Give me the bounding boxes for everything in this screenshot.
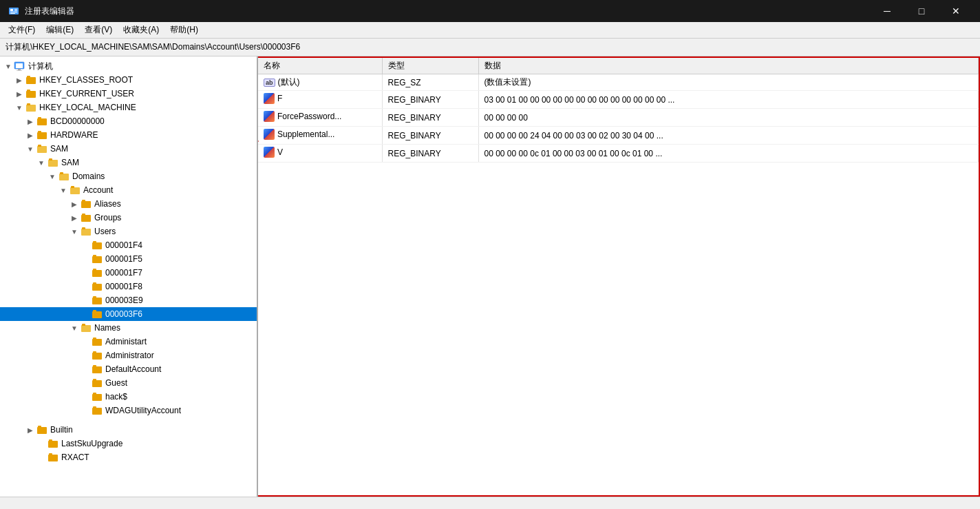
tree-item-sam-root[interactable]: ▼ SAM: [0, 142, 257, 156]
main-layout: ▼ 计算机 ▶ HKEY_CLASSES_ROOT: [0, 56, 980, 497]
tree-label-current-user: HKEY_CURRENT_USER: [39, 89, 134, 98]
close-button[interactable]: ✕: [940, 0, 972, 22]
maximize-button[interactable]: □: [906, 0, 937, 22]
tree-label-account: Account: [83, 185, 113, 195]
tree-item-builtin[interactable]: ▶ Builtin: [0, 423, 257, 437]
tree-label-000003F6: 000003F6: [105, 309, 142, 319]
title-bar: 注册表编辑器 ─ □ ✕: [0, 0, 980, 22]
svg-rect-9: [17, 70, 22, 71]
address-bar: 计算机\HKEY_LOCAL_MACHINE\SAM\SAM\Domains\A…: [0, 39, 980, 56]
tree-item-domains[interactable]: ▼ Domains: [0, 169, 257, 183]
tree-item-000001F4[interactable]: ▶ 000001F4: [0, 238, 257, 252]
value-type: REG_SZ: [382, 74, 478, 91]
tree-item-000001F5[interactable]: ▶ 000001F5: [0, 252, 257, 266]
value-type: REG_BINARY: [382, 91, 478, 109]
tree-item-defaultaccount[interactable]: ▶ DefaultAccount: [0, 362, 257, 376]
arrow-classes-root: ▶: [14, 76, 25, 84]
tree-label-000001F8: 000001F8: [105, 282, 142, 291]
arrow-account: ▼: [58, 187, 69, 194]
menu-edit[interactable]: 编辑(E): [41, 23, 79, 37]
tree-label-hardware: HARDWARE: [50, 130, 98, 140]
window-title: 注册表编辑器: [25, 6, 74, 17]
tree-item-names[interactable]: ▼ Names: [0, 321, 257, 335]
status-bar: [0, 497, 980, 509]
value-data: 00 00 00 00: [478, 109, 979, 127]
table-row[interactable]: V REG_BINARY 00 00 00 00 0c 01 00 00 03 …: [258, 145, 979, 163]
arrow-names: ▼: [69, 324, 80, 332]
tree-item-000001F8[interactable]: ▶ 000001F8: [0, 280, 257, 293]
arrow-hardware: ▶: [25, 132, 36, 139]
tree-item-lastskuupgrade[interactable]: ▶ LastSkuUpgrade: [0, 437, 257, 450]
computer-icon: [14, 61, 26, 71]
tree-item-rxact[interactable]: ▶ RXACT: [0, 450, 257, 464]
arrow-bcd: ▶: [25, 118, 36, 125]
tree-label-names: Names: [94, 323, 120, 333]
tree-label-classes-root: HKEY_CLASSES_ROOT: [39, 75, 133, 85]
tree-item-hardware[interactable]: ▶ HARDWARE: [0, 128, 257, 142]
values-panel: 名称 类型 数据 ab (默认) REG_SZ: [258, 56, 980, 497]
menu-view[interactable]: 查看(V): [79, 23, 118, 37]
tree-panel[interactable]: ▼ 计算机 ▶ HKEY_CLASSES_ROOT: [0, 56, 258, 497]
tree-item-account[interactable]: ▼ Account: [0, 183, 257, 197]
tree-item-administart[interactable]: ▶ Administart: [0, 335, 257, 349]
col-header-data: 数据: [478, 58, 979, 74]
tree-item-classes-root[interactable]: ▶ HKEY_CLASSES_ROOT: [0, 73, 257, 87]
tree-item-groups[interactable]: ▶ Groups: [0, 211, 257, 225]
svg-rect-8: [18, 69, 21, 70]
value-data: 03 00 01 00 00 00 00 00 00 00 00 00 00 0…: [478, 91, 979, 109]
window-controls: ─ □ ✕: [871, 0, 972, 22]
arrow-users: ▼: [69, 228, 80, 236]
minimize-button[interactable]: ─: [871, 0, 903, 22]
menu-file[interactable]: 文件(F): [3, 23, 41, 37]
tree-item-000003E9[interactable]: ▶ 000003E9: [0, 293, 257, 307]
tree-label-aliases: Aliases: [94, 199, 121, 209]
svg-rect-2: [14, 9, 17, 10]
tree-label-administrator: Administrator: [105, 351, 154, 360]
tree-label-local-machine: HKEY_LOCAL_MACHINE: [39, 103, 136, 112]
icon-binary: [264, 129, 275, 140]
tree-item-local-machine[interactable]: ▼ HKEY_LOCAL_MACHINE: [0, 101, 257, 114]
tree-label-000001F7: 000001F7: [105, 268, 142, 278]
col-header-name: 名称: [258, 58, 382, 74]
value-name: V: [258, 145, 382, 163]
icon-binary: [264, 111, 275, 122]
tree-item-computer[interactable]: ▼ 计算机: [0, 59, 257, 73]
menu-bar: 文件(F) 编辑(E) 查看(V) 收藏夹(A) 帮助(H): [0, 22, 980, 39]
table-row[interactable]: F REG_BINARY 03 00 01 00 00 00 00 00 00 …: [258, 91, 979, 109]
tree-item-000003F6[interactable]: ▶ 000003F6: [0, 307, 257, 321]
table-row[interactable]: Supplemental... REG_BINARY 00 00 00 00 2…: [258, 127, 979, 145]
table-row[interactable]: ForcePassword... REG_BINARY 00 00 00 00: [258, 109, 979, 127]
tree-label-domains: Domains: [72, 172, 105, 181]
tree-label-000001F5: 000001F5: [105, 254, 142, 264]
tree-item-current-user[interactable]: ▶ HKEY_CURRENT_USER: [0, 87, 257, 101]
tree-item-hack[interactable]: ▶ hack$: [0, 390, 257, 404]
value-name: F: [258, 91, 382, 109]
tree-label-rxact: RXACT: [61, 453, 89, 462]
menu-favorites[interactable]: 收藏夹(A): [118, 23, 164, 37]
tree-item-000001F7[interactable]: ▶ 000001F7: [0, 266, 257, 280]
icon-binary: [264, 93, 275, 104]
svg-rect-4: [10, 12, 17, 12]
svg-rect-5: [10, 13, 15, 14]
arrow-sam: ▼: [36, 159, 47, 167]
arrow-domains: ▼: [47, 173, 58, 180]
tree-item-wdagutility[interactable]: ▶ WDAGUtilityAccount: [0, 404, 257, 417]
app-icon: [8, 6, 19, 17]
table-row[interactable]: ab (默认) REG_SZ (数值未设置): [258, 74, 979, 91]
arrow-builtin: ▶: [25, 426, 36, 434]
col-header-type: 类型: [382, 58, 478, 74]
tree-item-aliases[interactable]: ▶ Aliases: [0, 197, 257, 211]
value-data: 00 00 00 00 0c 01 00 00 03 00 01 00 0c 0…: [478, 145, 979, 163]
tree-label-wdagutility: WDAGUtilityAccount: [105, 406, 181, 415]
tree-label-hack: hack$: [105, 392, 127, 402]
tree-label-administart: Administart: [105, 337, 147, 346]
tree-item-guest[interactable]: ▶ Guest: [0, 376, 257, 390]
menu-help[interactable]: 帮助(H): [164, 23, 204, 37]
tree-item-sam[interactable]: ▼ SAM: [0, 156, 257, 169]
value-type: REG_BINARY: [382, 145, 478, 163]
tree-item-users[interactable]: ▼ Users: [0, 225, 257, 238]
tree-label-users: Users: [94, 227, 116, 236]
arrow-current-user: ▶: [14, 90, 25, 98]
tree-item-bcd[interactable]: ▶ BCD00000000: [0, 114, 257, 128]
tree-item-administrator[interactable]: ▶ Administrator: [0, 349, 257, 362]
